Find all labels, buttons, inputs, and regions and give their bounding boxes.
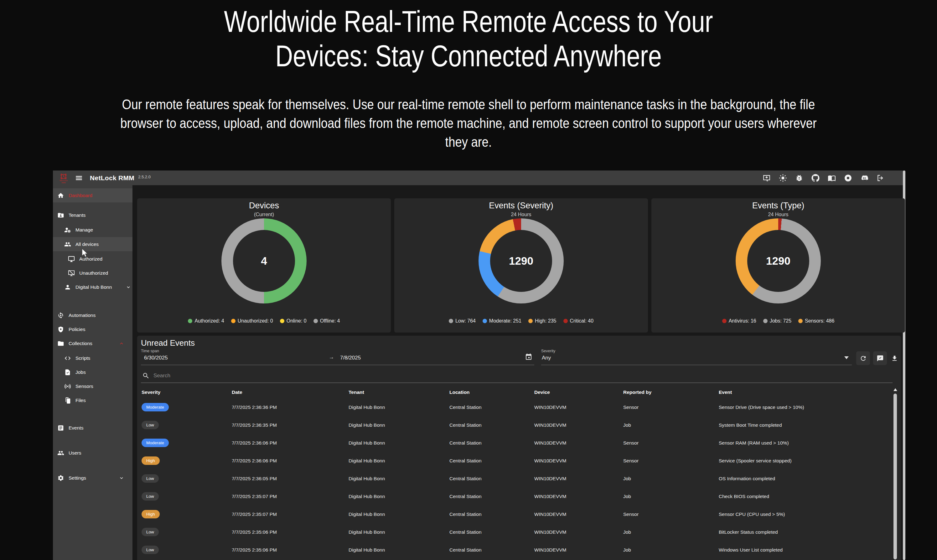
hero-subtitle: Our remote features speak for themselves… xyxy=(61,95,876,151)
sidebar-item-sensors[interactable]: Sensors xyxy=(53,379,144,393)
chart-title: Events (Severity) xyxy=(394,201,648,211)
access-point-icon xyxy=(64,383,71,390)
date-to-input[interactable]: 7/8/2025 xyxy=(340,355,361,361)
bug-report-icon[interactable] xyxy=(795,174,803,182)
cell-location: Central Station xyxy=(449,458,534,464)
scroll-up-icon[interactable] xyxy=(894,388,897,391)
chart-subtitle: 24 Hours xyxy=(651,212,905,217)
cell-location: Central Station xyxy=(449,547,534,553)
legend-label: Online: 0 xyxy=(287,318,307,324)
svg-text:NETLOCK: NETLOCK xyxy=(60,180,68,182)
severity-filter-select[interactable]: Any xyxy=(542,355,551,361)
cell-tenant: Digital Hub Bonn xyxy=(349,547,449,553)
table-row[interactable]: Low 7/7/2025 2:35:07 PM Digital Hub Bonn… xyxy=(137,488,892,505)
monitor-icon xyxy=(68,255,75,263)
sidebar-item-manage[interactable]: Manage xyxy=(53,223,144,237)
cell-device: WIN10DEVVM xyxy=(534,547,623,553)
legend-label: Authorized: 4 xyxy=(195,318,224,324)
date-from-input[interactable]: 6/30/2025 xyxy=(144,355,168,361)
cell-location: Central Station xyxy=(449,511,534,517)
download-button[interactable] xyxy=(888,351,901,365)
search-input[interactable]: Search xyxy=(153,372,170,379)
legend-item: Low: 764 xyxy=(449,318,476,324)
sidebar-item-settings[interactable]: Settings xyxy=(53,471,137,485)
table-row[interactable]: Low 7/7/2025 2:36:35 PM Digital Hub Bonn… xyxy=(137,416,892,434)
sidebar-item-events[interactable]: Events xyxy=(53,421,137,435)
system-update-icon[interactable] xyxy=(763,174,771,182)
logout-icon[interactable] xyxy=(877,174,885,182)
cell-device: WIN10DEVVM xyxy=(534,494,623,499)
cell-event: System Boot Time completed xyxy=(719,422,892,428)
chart-legend: Antivirus: 16 Jobs: 725 Sensors: 486 xyxy=(651,318,905,324)
table-row[interactable]: Low 7/7/2025 2:35:06 PM Digital Hub Bonn… xyxy=(137,523,892,541)
sidebar-item-all-devices[interactable]: All devices xyxy=(53,237,144,251)
chart-card-events-type-: Events (Type) 24 Hours 1290 Antivirus: 1… xyxy=(651,198,905,332)
legend-dot xyxy=(563,319,568,323)
sidebar-item-dashboard[interactable]: Dashboard xyxy=(53,188,137,202)
chart-legend: Low: 764 Moderate: 251 High: 235 Critica… xyxy=(394,318,648,324)
chevron-up-icon xyxy=(119,341,124,346)
sidebar-item-collections[interactable]: Collections xyxy=(53,336,137,351)
chart-subtitle: 24 Hours xyxy=(394,212,648,217)
severity-badge: Low xyxy=(142,528,159,536)
sidebar-item-automations[interactable]: Automations xyxy=(53,308,137,322)
menu-icon[interactable] xyxy=(75,174,83,182)
chart-title: Events (Type) xyxy=(651,201,905,211)
calendar-icon[interactable] xyxy=(525,353,533,361)
sidebar-item-policies[interactable]: Policies xyxy=(53,322,137,336)
cell-date: 7/7/2025 2:35:07 PM xyxy=(232,494,349,499)
table-row[interactable]: Moderate 7/7/2025 2:36:36 PM Digital Hub… xyxy=(137,398,892,416)
severity-badge: Low xyxy=(142,492,159,500)
time-span-label: Time span xyxy=(141,349,159,353)
cell-tenant: Digital Hub Bonn xyxy=(349,440,449,446)
refresh-button[interactable] xyxy=(856,351,870,365)
table-row[interactable]: Low xyxy=(137,559,892,560)
sidebar-item-label: Users xyxy=(69,450,81,456)
sidebar-item-jobs[interactable]: Jobs xyxy=(53,365,144,379)
table-row[interactable]: High 7/7/2025 2:36:06 PM Digital Hub Bon… xyxy=(137,452,892,469)
severity-badge: Low xyxy=(142,474,159,483)
cell-event: Sensor CPU (CPU used > 5%) xyxy=(719,511,892,517)
account-cog-icon xyxy=(64,226,71,233)
theme-icon[interactable] xyxy=(779,174,787,182)
cell-tenant: Digital Hub Bonn xyxy=(349,529,449,535)
table-row[interactable]: Low 7/7/2025 2:35:06 PM Digital Hub Bonn… xyxy=(137,541,892,559)
github-icon xyxy=(811,174,820,182)
docs-icon[interactable] xyxy=(828,174,836,182)
table-row[interactable]: Moderate 7/7/2025 2:36:06 PM Digital Hub… xyxy=(137,434,892,452)
legend-item: Unauthorized: 0 xyxy=(231,318,273,324)
github-icon[interactable] xyxy=(811,174,820,182)
events-icon xyxy=(57,425,64,431)
mark-read-button[interactable] xyxy=(873,351,887,365)
sidebar-item-digital-hub-bonn[interactable]: Digital Hub Bonn xyxy=(53,280,144,294)
sidebar-item-scripts[interactable]: Scripts xyxy=(53,351,144,365)
sidebar-item-label: Settings xyxy=(69,475,86,481)
select-arrow-icon[interactable] xyxy=(844,356,849,359)
legend-dot xyxy=(280,319,284,323)
severity-badge: Moderate xyxy=(142,403,169,411)
table-row[interactable]: High 7/7/2025 2:35:07 PM Digital Hub Bon… xyxy=(137,505,892,523)
chart-subtitle: (Current) xyxy=(137,212,391,217)
cell-reported-by: Sensor xyxy=(623,511,719,517)
sidebar-item-label: Tenants xyxy=(69,212,85,218)
table-row[interactable]: Low 7/7/2025 2:36:05 PM Digital Hub Bonn… xyxy=(137,469,892,488)
cell-date: 7/7/2025 2:35:06 PM xyxy=(232,529,349,535)
table-scrollbar[interactable] xyxy=(893,388,897,560)
sidebar-item-users[interactable]: Users xyxy=(53,446,137,460)
sidebar-item-tenants[interactable]: Tenants xyxy=(53,208,137,222)
appbar-actions xyxy=(763,174,885,182)
support-icon[interactable] xyxy=(844,174,852,182)
cell-device: WIN10DEVVM xyxy=(534,440,623,446)
sidebar-item-label: Digital Hub Bonn xyxy=(76,285,112,290)
discord-icon[interactable] xyxy=(860,174,868,182)
cell-reported-by: Job xyxy=(623,529,719,535)
legend-dot xyxy=(313,319,318,323)
chart-card-events-severity-: Events (Severity) 24 Hours 1290 Low: 764… xyxy=(394,198,648,332)
cell-event: Windows User List completed xyxy=(719,547,892,553)
date-range-arrow: → xyxy=(329,354,334,360)
folder-account-icon xyxy=(57,212,64,219)
sidebar-item-label: Collections xyxy=(69,341,93,346)
sidebar-item-files[interactable]: Files xyxy=(53,393,144,407)
column-header-severity: Severity xyxy=(142,389,232,395)
automation-icon xyxy=(57,312,64,319)
